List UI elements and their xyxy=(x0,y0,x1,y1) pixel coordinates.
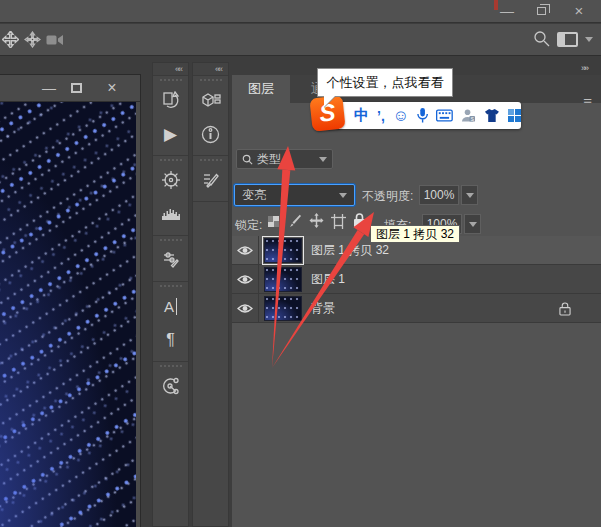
eye-icon xyxy=(237,303,253,314)
lock-pixels-icon[interactable] xyxy=(288,214,303,229)
svg-text:S: S xyxy=(471,117,474,122)
paragraph-panel-icon[interactable]: ¶ xyxy=(153,323,188,357)
layer-name[interactable]: 图层 1 xyxy=(311,271,345,288)
lock-artboard-icon[interactable] xyxy=(331,214,346,229)
history-panel-icon[interactable] xyxy=(153,83,188,117)
eye-icon xyxy=(237,274,253,285)
visibility-toggle[interactable] xyxy=(232,294,259,323)
filter-value: 类型 xyxy=(257,151,315,168)
layer-list: 图层 1 拷贝 32 图层 1 背景 xyxy=(232,236,601,323)
opacity-label: 不透明度: xyxy=(362,188,413,205)
remote-connections-panel-icon[interactable] xyxy=(153,369,188,403)
options-bar xyxy=(0,24,601,56)
layer-row-2[interactable]: 图层 1 xyxy=(232,265,601,294)
close-icon[interactable]: × xyxy=(564,0,594,22)
account-icon[interactable]: S xyxy=(461,108,476,123)
fill-dropdown[interactable] xyxy=(464,214,481,234)
doc-close-icon[interactable]: × xyxy=(97,75,127,97)
workspace-switcher-icon[interactable] xyxy=(557,32,578,47)
move-tool-icon[interactable] xyxy=(2,31,19,48)
photoshop-window: — × — × «« ▶ xyxy=(0,0,601,527)
app-titlebar: — × xyxy=(0,0,601,23)
layer-filter-select[interactable]: 类型 xyxy=(236,149,333,169)
layer-name[interactable]: 图层 1 拷贝 32 xyxy=(311,242,389,259)
sogou-tooltip[interactable]: 个性设置，点我看看 xyxy=(317,68,453,97)
chevron-down-icon[interactable] xyxy=(585,37,593,42)
3d-panel-icon[interactable] xyxy=(193,83,228,117)
actions-panel-icon[interactable]: ▶ xyxy=(153,117,188,151)
layer-thumbnail[interactable] xyxy=(264,267,302,292)
layer-name[interactable]: 背景 xyxy=(311,300,335,317)
more-tools-grid-icon[interactable] xyxy=(508,109,521,122)
chinese-mode-icon[interactable]: 中 xyxy=(354,106,369,125)
collapse-panels-icon[interactable]: «« xyxy=(153,63,188,76)
opacity-dropdown[interactable] xyxy=(461,185,478,205)
layer-thumbnail[interactable] xyxy=(264,296,302,321)
blend-mode-select[interactable]: 变亮 xyxy=(234,184,355,206)
visibility-toggle[interactable] xyxy=(232,236,259,265)
transform-controls-icon[interactable] xyxy=(24,31,41,48)
restore-icon[interactable] xyxy=(526,0,556,22)
keyboard-icon[interactable] xyxy=(436,109,453,122)
character-panel-icon[interactable]: A xyxy=(153,289,188,323)
eye-icon xyxy=(237,245,253,256)
tab-layers[interactable]: 图层 xyxy=(232,75,290,103)
sogou-input-toolbar: 中 ’, ☺ S xyxy=(318,102,521,129)
panel-dock-1: «« ▶ A ¶ xyxy=(152,62,189,527)
video-camera-icon[interactable] xyxy=(46,34,64,46)
dock-grip[interactable] xyxy=(200,79,222,81)
blend-mode-value: 变亮 xyxy=(242,187,339,204)
filter-search-icon xyxy=(242,154,253,165)
layers-panel: »» 图层 通道 ≡ 类型 变亮 不透明度: 100% 锁定: xyxy=(232,62,601,527)
layer-name-tooltip: 图层 1 拷贝 32 xyxy=(370,225,460,243)
collapse-panels-icon[interactable]: «« xyxy=(193,63,228,76)
minimize-icon[interactable]: — xyxy=(492,0,522,22)
lock-all-icon[interactable] xyxy=(353,213,366,228)
image-canvas[interactable] xyxy=(0,102,136,527)
layer-row-background[interactable]: 背景 xyxy=(232,294,601,323)
chevron-down-icon xyxy=(319,157,327,162)
doc-maximize-icon[interactable] xyxy=(71,83,82,93)
lock-transparency-icon[interactable] xyxy=(268,216,279,227)
microphone-icon[interactable] xyxy=(417,107,428,124)
panel-dock-2: «« xyxy=(192,62,229,527)
opacity-value[interactable]: 100% xyxy=(419,185,459,205)
document-titlebar[interactable]: — × xyxy=(0,75,140,102)
lock-position-icon[interactable] xyxy=(309,213,324,228)
sogou-tooltip-tail xyxy=(324,96,335,107)
layer-thumbnail[interactable] xyxy=(264,238,302,263)
punctuation-icon[interactable]: ’, xyxy=(377,108,385,124)
emoji-icon[interactable]: ☺ xyxy=(393,107,409,125)
dock-grip[interactable] xyxy=(160,79,182,81)
blue-glow xyxy=(0,102,136,527)
layers-panel-body: 类型 变亮 不透明度: 100% 锁定: 填充: 100% xyxy=(232,103,601,527)
background-lock-icon xyxy=(559,302,571,316)
doc-minimize-icon[interactable]: — xyxy=(34,75,64,97)
brush-settings-panel-icon[interactable] xyxy=(153,243,188,277)
histogram-panel-icon[interactable] xyxy=(153,197,188,231)
lock-label: 锁定: xyxy=(235,217,262,234)
document-window: — × xyxy=(0,74,141,527)
navigator-panel-icon[interactable] xyxy=(153,163,188,197)
info-panel-icon[interactable] xyxy=(193,117,228,151)
skin-tshirt-icon[interactable] xyxy=(484,108,500,123)
visibility-toggle[interactable] xyxy=(232,265,259,294)
search-icon[interactable] xyxy=(533,30,550,47)
chevron-down-icon xyxy=(339,193,347,198)
brushes-panel-icon[interactable] xyxy=(193,163,228,197)
